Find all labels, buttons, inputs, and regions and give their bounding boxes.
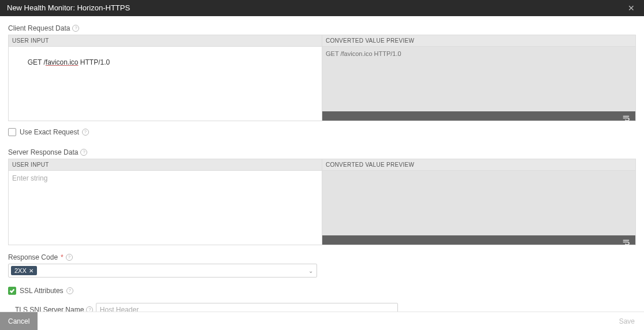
ssl-attributes-checkbox[interactable] [8, 287, 16, 295]
cancel-button[interactable]: Cancel [0, 312, 38, 330]
response-code-pill: 2XX ✕ [11, 266, 37, 275]
footer: Cancel Save [0, 312, 644, 330]
client-request-underlined: favicon.ico [46, 58, 79, 66]
client-request-label: Client Request Data ? [8, 24, 79, 32]
client-request-input[interactable]: GET /favicon.ico HTTP/1.0 [9, 47, 322, 121]
wrap-icon[interactable] [623, 237, 631, 243]
chevron-down-icon: ⌄ [308, 268, 313, 274]
required-asterisk: * [61, 253, 64, 261]
help-icon[interactable]: ? [66, 254, 73, 261]
help-icon[interactable]: ? [80, 149, 87, 156]
close-icon[interactable]: ✕ [626, 0, 637, 16]
tls-sni-label-text: TLS SNI Server Name [15, 306, 84, 312]
preview-header: CONVERTED VALUE PREVIEW [322, 159, 635, 171]
server-response-input[interactable]: Enter string [9, 171, 322, 245]
content-scroll[interactable]: Client Request Data ? USER INPUT GET /fa… [0, 16, 644, 312]
server-response-label: Server Response Data ? [8, 148, 87, 156]
client-request-label-text: Client Request Data [8, 24, 70, 32]
response-code-label-text: Response Code [8, 253, 58, 261]
server-response-input-col: USER INPUT Enter string [9, 159, 322, 245]
help-icon[interactable]: ? [86, 306, 93, 312]
client-request-suffix: HTTP/1.0 [79, 58, 110, 66]
client-request-preview: GET /favicon.ico HTTP/1.0 [322, 47, 635, 111]
ssl-attributes-label: SSL Attributes [20, 287, 64, 295]
ssl-attributes-row: SSL Attributes ? [8, 287, 636, 295]
tls-sni-block: TLS SNI Server Name ? [15, 303, 636, 312]
preview-header: CONVERTED VALUE PREVIEW [322, 35, 635, 47]
server-response-preview [322, 171, 635, 235]
client-request-preview-footer [322, 111, 635, 121]
client-request-preview-col: CONVERTED VALUE PREVIEW GET /favicon.ico… [322, 35, 635, 121]
use-exact-request-label: Use Exact Request [20, 128, 79, 136]
wrap-icon[interactable] [623, 113, 631, 119]
use-exact-request-checkbox[interactable] [8, 128, 16, 136]
client-request-pair: USER INPUT GET /favicon.ico HTTP/1.0 CON… [8, 35, 636, 121]
user-input-header: USER INPUT [9, 159, 322, 171]
user-input-header: USER INPUT [9, 35, 322, 47]
pill-remove-icon[interactable]: ✕ [29, 268, 33, 274]
titlebar: New Health Monitor: Horizon-HTTPS ✕ [0, 0, 644, 16]
save-button[interactable]: Save [610, 312, 644, 330]
use-exact-request-row: Use Exact Request ? [8, 128, 636, 136]
server-response-label-text: Server Response Data [8, 148, 78, 156]
server-response-pair: USER INPUT Enter string CONVERTED VALUE … [8, 159, 636, 245]
server-response-preview-col: CONVERTED VALUE PREVIEW [322, 159, 635, 245]
footer-spacer [38, 312, 609, 330]
tls-sni-input[interactable] [96, 303, 398, 312]
response-code-pill-text: 2XX [14, 267, 27, 274]
response-code-select[interactable]: 2XX ✕ ⌄ [8, 264, 317, 278]
help-icon[interactable]: ? [72, 25, 79, 32]
response-code-label: Response Code* ? [8, 253, 73, 261]
server-response-preview-footer [322, 235, 635, 245]
client-request-input-col: USER INPUT GET /favicon.ico HTTP/1.0 [9, 35, 322, 121]
titlebar-title: New Health Monitor: Horizon-HTTPS [7, 0, 626, 16]
help-icon[interactable]: ? [82, 129, 89, 136]
help-icon[interactable]: ? [66, 287, 73, 294]
client-request-prefix: GET / [28, 58, 46, 66]
tls-sni-label: TLS SNI Server Name ? [15, 306, 93, 312]
